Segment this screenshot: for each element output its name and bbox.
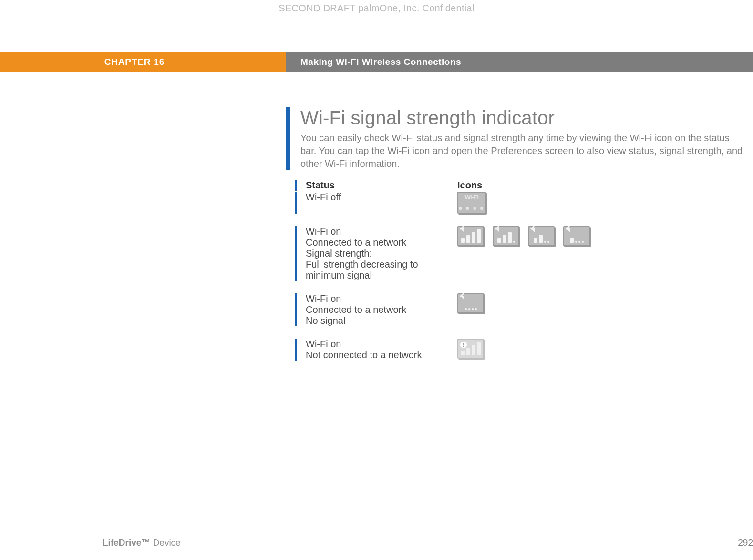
status-header: Status	[306, 180, 335, 190]
row-accent-bar	[295, 293, 297, 326]
status-cell: Wi-Fi on Connected to a network No signa…	[306, 293, 457, 326]
chapter-number: CHAPTER 16	[104, 57, 165, 67]
heading-accent-bar	[286, 107, 290, 170]
wifi-strength-2-icon	[528, 226, 555, 246]
table-header-row: Status Icons	[295, 180, 743, 191]
icons-cell: !	[457, 339, 743, 359]
chapter-header-bar: CHAPTER 16 Making Wi-Fi Wireless Connect…	[0, 52, 753, 72]
status-line: Wi-Fi on	[306, 339, 457, 350]
alert-circle-icon: !	[460, 342, 467, 348]
product-name: LifeDrive™ Device	[103, 538, 181, 548]
status-line: Not connected to a network	[306, 350, 457, 361]
row-accent-bar	[295, 226, 297, 281]
arrow-up-left-icon	[460, 228, 464, 232]
arrow-up-left-icon	[460, 296, 464, 300]
status-line: Connected to a network	[306, 304, 457, 315]
table-row: Wi-Fi on Not connected to a network !	[295, 339, 743, 361]
wifi-strength-3-icon	[493, 226, 519, 246]
status-cell: Wi-Fi on Not connected to a network	[306, 339, 457, 361]
icons-cell	[457, 226, 743, 246]
status-line: Connected to a network	[306, 237, 457, 248]
wifi-not-connected-icon: !	[457, 339, 484, 359]
chapter-number-block: CHAPTER 16	[0, 52, 286, 72]
status-cell: Wi-Fi on Connected to a network Signal s…	[306, 226, 457, 281]
product-light: Device	[153, 538, 181, 548]
section-heading-wrap: Wi-Fi signal strength indicator You can …	[286, 107, 743, 170]
section-body: You can easily check Wi-Fi status and si…	[300, 132, 743, 170]
wifi-strength-1-icon	[563, 226, 590, 246]
draft-confidential-line: SECOND DRAFT palmOne, Inc. Confidential	[0, 0, 753, 19]
arrow-up-left-icon	[566, 228, 570, 232]
status-line: Wi-Fi on	[306, 293, 457, 304]
icons-column-header-cell: Icons	[457, 180, 743, 191]
table-row: Wi-Fi on Connected to a network No signa…	[295, 293, 743, 326]
status-line: No signal	[306, 315, 457, 326]
status-line: Full strength decreasing to minimum sign…	[306, 259, 457, 281]
status-column-header-cell: Status	[306, 180, 457, 191]
wifi-off-dots: ■ ■ ■ ■	[458, 206, 485, 211]
page-footer: LifeDrive™ Device 292	[103, 538, 753, 548]
chapter-title: Making Wi-Fi Wireless Connections	[286, 57, 461, 67]
wifi-off-icon: Wi-Fi ■ ■ ■ ■	[457, 192, 486, 214]
row-accent-bar	[295, 339, 297, 361]
product-bold: LifeDrive™	[103, 538, 150, 548]
status-cell: Wi-Fi off	[306, 192, 457, 203]
wifi-off-icon-label: Wi-Fi	[458, 194, 485, 201]
icons-header: Icons	[457, 180, 482, 191]
status-line: Wi-Fi on	[306, 226, 457, 237]
icons-cell: Wi-Fi ■ ■ ■ ■	[457, 192, 743, 214]
main-content: Wi-Fi signal strength indicator You can …	[286, 107, 743, 373]
row-accent-bar	[295, 192, 297, 214]
row-accent-bar	[295, 180, 297, 191]
page-number: 292	[738, 538, 753, 548]
wifi-no-signal-icon	[457, 293, 484, 313]
status-icon-table: Status Icons Wi-Fi off Wi-Fi ■ ■ ■ ■	[295, 180, 743, 361]
table-row: Wi-Fi on Connected to a network Signal s…	[295, 226, 743, 281]
status-line: Wi-Fi off	[306, 192, 457, 203]
icons-cell	[457, 293, 743, 313]
arrow-up-left-icon	[531, 228, 535, 232]
section-heading: Wi-Fi signal strength indicator	[300, 107, 743, 129]
wifi-strength-4-icon	[457, 226, 484, 246]
arrow-up-left-icon	[495, 228, 499, 232]
status-line: Signal strength:	[306, 248, 457, 259]
table-row: Wi-Fi off Wi-Fi ■ ■ ■ ■	[295, 192, 743, 214]
footer-divider	[103, 530, 753, 530]
